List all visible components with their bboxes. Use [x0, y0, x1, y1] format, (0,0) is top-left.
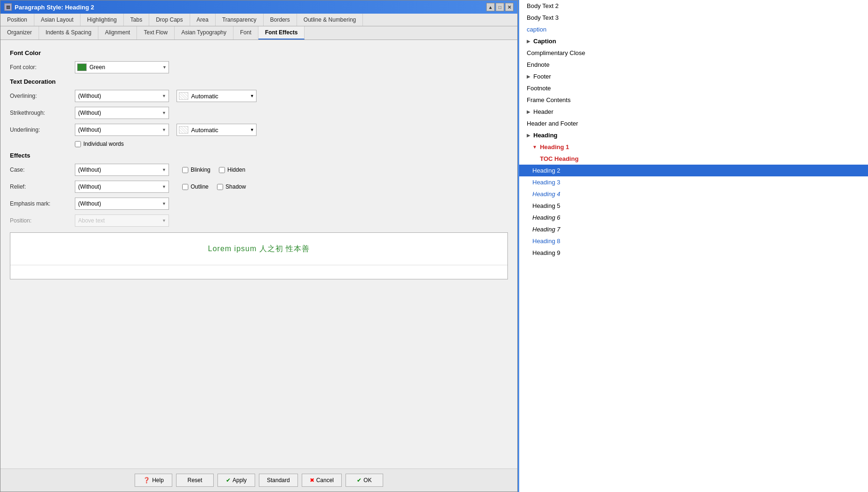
font-color-value: Green — [89, 64, 162, 71]
preview-bottom — [10, 265, 507, 279]
cancel-button[interactable]: ✖ Cancel — [302, 474, 342, 487]
list-item[interactable]: ▶ Heading — [519, 129, 868, 141]
hidden-checkbox-item[interactable]: Hidden — [219, 167, 245, 173]
dialog-icon: ▤ — [4, 3, 12, 11]
tab-font[interactable]: Font — [233, 26, 258, 40]
tab-alignment[interactable]: Alignment — [98, 26, 137, 40]
maximize-button[interactable]: □ — [496, 3, 504, 11]
list-item[interactable]: Heading 7 — [519, 223, 868, 235]
blinking-checkbox[interactable] — [182, 167, 188, 173]
list-item[interactable]: Heading 9 — [519, 247, 868, 259]
item-label: Frame Contents — [527, 96, 571, 103]
shadow-checkbox[interactable] — [217, 184, 223, 190]
list-item[interactable]: Complimentary Close — [519, 47, 868, 59]
list-item[interactable]: Heading 4 — [519, 188, 868, 200]
tabs-row1: Position Asian Layout Highlighting Tabs … — [0, 14, 517, 26]
item-label: Header and Footer — [527, 120, 578, 127]
standard-button[interactable]: Standard — [259, 474, 298, 487]
list-item[interactable]: Heading 5 — [519, 200, 868, 212]
list-item[interactable]: Endnote — [519, 59, 868, 71]
expand-icon: ▶ — [527, 133, 530, 138]
list-item[interactable]: ▶ Footer — [519, 71, 868, 82]
emphasis-select-wrapper[interactable]: (Without) — [75, 198, 169, 210]
apply-button[interactable]: ✔ Apply — [217, 474, 255, 487]
list-item[interactable]: Header and Footer — [519, 118, 868, 129]
overlining-select-wrapper[interactable]: (Without) — [75, 90, 169, 102]
dialog-content: Font Color Font color: Green ▼ Text Deco… — [0, 40, 517, 468]
item-label: Body Text 2 — [527, 2, 559, 9]
overlining-color-swatch — [179, 92, 188, 100]
tab-transparency[interactable]: Transparency — [216, 14, 264, 26]
relief-select[interactable]: (Without) — [75, 181, 169, 193]
list-item[interactable]: ▼ Heading 1 — [519, 141, 868, 153]
tab-text-flow[interactable]: Text Flow — [137, 26, 175, 40]
tab-asian-layout[interactable]: Asian Layout — [34, 14, 80, 26]
list-item[interactable]: Heading 8 — [519, 235, 868, 247]
list-item-heading2[interactable]: Heading 2 — [519, 165, 868, 176]
position-select[interactable]: Above text — [75, 214, 169, 227]
font-color-select[interactable]: Green ▼ — [75, 61, 169, 73]
emphasis-select[interactable]: (Without) — [75, 198, 169, 210]
tab-position[interactable]: Position — [0, 14, 34, 26]
apply-label: Apply — [233, 477, 247, 484]
case-select[interactable]: (Without) — [75, 164, 169, 176]
outline-label: Outline — [191, 183, 209, 190]
overlining-label: Overlining: — [10, 93, 71, 99]
relief-label: Relief: — [10, 183, 71, 190]
expand-icon: ▼ — [532, 144, 537, 150]
list-item[interactable]: Heading 3 — [519, 176, 868, 188]
list-item[interactable]: ▶ Caption — [519, 35, 868, 47]
tab-font-effects[interactable]: Font Effects — [258, 26, 305, 40]
list-item[interactable]: Frame Contents — [519, 94, 868, 106]
list-item[interactable]: ▶ Header — [519, 106, 868, 118]
case-select-wrapper[interactable]: (Without) — [75, 164, 169, 176]
tab-highlighting[interactable]: Highlighting — [80, 14, 124, 26]
overlining-color-select[interactable]: Automatic ▼ — [177, 90, 257, 102]
tab-outline-numbering[interactable]: Outline & Numbering — [297, 14, 363, 26]
underlining-select[interactable]: (Without) — [75, 124, 169, 136]
expand-icon: ▶ — [527, 109, 530, 114]
list-item[interactable]: Body Text 3 — [519, 12, 868, 24]
help-button[interactable]: ❓ Help — [135, 474, 172, 487]
list-item[interactable]: caption — [519, 24, 868, 35]
help-label: Help — [152, 477, 164, 484]
tab-drop-caps[interactable]: Drop Caps — [149, 14, 190, 26]
shadow-checkbox-item[interactable]: Shadow — [217, 183, 246, 190]
underlining-select-wrapper[interactable]: (Without) — [75, 124, 169, 136]
position-select-wrapper[interactable]: Above text — [75, 214, 169, 227]
hidden-checkbox[interactable] — [219, 167, 225, 173]
reset-button[interactable]: Reset — [176, 474, 214, 487]
titlebar-controls[interactable]: ▲ □ ✕ — [486, 3, 514, 11]
list-item[interactable]: Footnote — [519, 82, 868, 94]
list-item[interactable]: Body Text 2 — [519, 0, 868, 12]
item-label: Heading 3 — [532, 179, 560, 186]
list-item[interactable]: TOC Heading — [519, 153, 868, 165]
tab-organizer[interactable]: Organizer — [0, 26, 39, 40]
close-button[interactable]: ✕ — [505, 3, 514, 11]
apply-checkmark-icon: ✔ — [226, 477, 231, 484]
tab-indents-spacing[interactable]: Indents & Spacing — [39, 26, 98, 40]
cancel-label: Cancel — [316, 477, 334, 484]
outline-checkbox[interactable] — [182, 184, 188, 190]
item-label: Heading 1 — [540, 143, 569, 151]
outline-checkbox-item[interactable]: Outline — [182, 183, 209, 190]
list-item[interactable]: Heading 6 — [519, 212, 868, 223]
blinking-checkbox-item[interactable]: Blinking — [182, 167, 210, 173]
underlining-auto-label: Automatic — [191, 127, 218, 134]
outline-shadow-group: Outline Shadow — [182, 183, 246, 190]
strikethrough-select[interactable]: (Without) — [75, 107, 169, 119]
strikethrough-select-wrapper[interactable]: (Without) — [75, 107, 169, 119]
tab-tabs[interactable]: Tabs — [124, 14, 149, 26]
item-label: Footnote — [527, 85, 551, 92]
blinking-label: Blinking — [191, 167, 210, 173]
tab-area[interactable]: Area — [190, 14, 216, 26]
minimize-button[interactable]: ▲ — [486, 3, 495, 11]
ok-button[interactable]: ✔ OK — [346, 474, 383, 487]
overlining-select[interactable]: (Without) — [75, 90, 169, 102]
tab-asian-typography[interactable]: Asian Typography — [175, 26, 233, 40]
individual-words-checkbox[interactable] — [75, 141, 81, 147]
underlining-color-select[interactable]: Automatic ▼ — [177, 124, 257, 136]
individual-words-checkbox-item[interactable]: Individual words — [75, 141, 124, 147]
tab-borders[interactable]: Borders — [264, 14, 297, 26]
relief-select-wrapper[interactable]: (Without) — [75, 181, 169, 193]
